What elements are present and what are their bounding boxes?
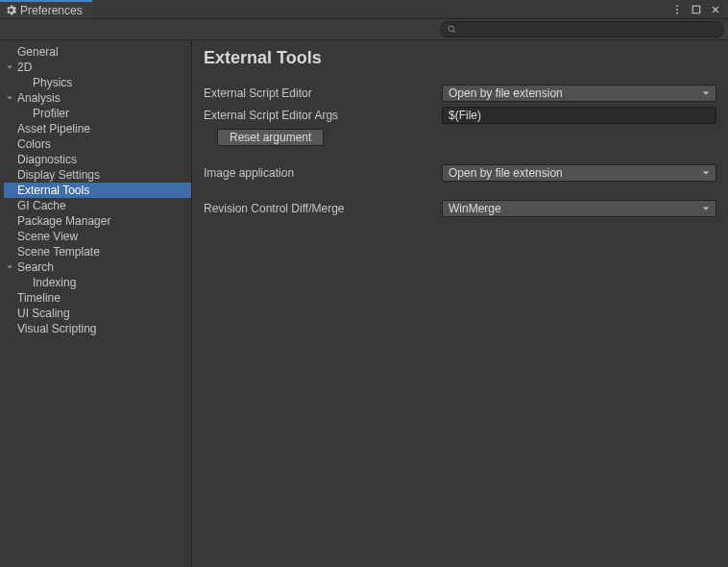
toolbar [0, 19, 728, 40]
reset-argument-button[interactable]: Reset argument [217, 129, 324, 146]
sidebar-item-gi-cache[interactable]: GI Cache [4, 198, 191, 213]
image-application-label: Image application [204, 166, 442, 180]
sidebar-item-ui-scaling[interactable]: UI Scaling [4, 306, 191, 321]
sidebar-item-analysis[interactable]: Analysis [4, 90, 191, 106]
sidebar-item-profiler[interactable]: Profiler [4, 106, 191, 121]
sidebar-item-display-settings[interactable]: Display Settings [4, 167, 191, 183]
chevron-down-icon [702, 89, 710, 97]
sidebar-item-label: Physics [4, 76, 191, 89]
sidebar-item-label: GI Cache [4, 199, 191, 212]
svg-point-0 [676, 5, 678, 7]
sidebar-item-package-manager[interactable]: Package Manager [4, 213, 191, 229]
foldout-icon[interactable] [4, 63, 15, 71]
svg-point-1 [676, 9, 678, 11]
preferences-tab[interactable]: Preferences [0, 0, 92, 18]
sidebar-item-label: Colors [4, 137, 191, 151]
sidebar-item-label: UI Scaling [4, 307, 191, 320]
maximize-icon[interactable] [690, 3, 703, 16]
sidebar-item-indexing[interactable]: Indexing [4, 275, 191, 290]
svg-point-6 [449, 26, 454, 32]
search-icon [447, 24, 457, 35]
sidebar-item-label: Timeline [4, 291, 191, 305]
sidebar-item-timeline[interactable]: Timeline [4, 290, 191, 306]
sidebar: General2DPhysicsAnalysisProfilerAsset Pi… [0, 40, 192, 567]
sidebar-item-label: Scene Template [4, 245, 191, 259]
sidebar-item-label: Analysis [15, 91, 191, 105]
diff-merge-dropdown[interactable]: WinMerge [442, 200, 716, 217]
external-script-editor-label: External Script Editor [204, 86, 442, 100]
sidebar-item-label: 2D [15, 61, 191, 74]
tab-title: Preferences [20, 4, 83, 17]
svg-line-7 [453, 31, 455, 33]
diff-merge-label: Revision Control Diff/Merge [204, 202, 442, 215]
sidebar-item-asset-pipeline[interactable]: Asset Pipeline [4, 121, 191, 136]
script-editor-args-input[interactable]: $(File) [442, 107, 716, 124]
search-field[interactable] [440, 21, 724, 37]
sidebar-item-colors[interactable]: Colors [4, 136, 191, 152]
page-title: External Tools [204, 48, 716, 68]
chevron-down-icon [702, 169, 710, 177]
sidebar-item-label: Display Settings [4, 168, 191, 182]
dropdown-value: Open by file extension [449, 86, 563, 100]
close-icon[interactable] [709, 3, 722, 16]
sidebar-item-label: Visual Scripting [4, 322, 191, 335]
sidebar-item-physics[interactable]: Physics [4, 75, 191, 90]
chevron-down-icon [702, 205, 710, 212]
foldout-icon[interactable] [4, 94, 15, 102]
sidebar-item-label: Scene View [4, 230, 191, 243]
image-application-dropdown[interactable]: Open by file extension [442, 164, 716, 182]
dropdown-value: Open by file extension [449, 166, 563, 180]
svg-rect-3 [692, 6, 700, 13]
sidebar-item-search[interactable]: Search [4, 259, 191, 275]
sidebar-item-label: Profiler [4, 107, 191, 120]
sidebar-item-visual-scripting[interactable]: Visual Scripting [4, 321, 191, 336]
content-pane: External Tools External Script Editor Op… [192, 40, 728, 567]
sidebar-item-general[interactable]: General [4, 44, 191, 60]
kebab-menu-icon[interactable] [670, 3, 684, 16]
sidebar-item-2d[interactable]: 2D [4, 60, 191, 75]
sidebar-item-label: General [4, 45, 191, 59]
sidebar-item-external-tools[interactable]: External Tools [4, 183, 191, 198]
svg-point-2 [676, 12, 678, 13]
sidebar-item-scene-template[interactable]: Scene Template [4, 244, 191, 259]
sidebar-item-label: Asset Pipeline [4, 122, 191, 136]
sidebar-item-label: Indexing [4, 276, 191, 289]
sidebar-item-label: Diagnostics [4, 153, 191, 166]
input-value: $(File) [449, 109, 481, 122]
foldout-icon[interactable] [4, 263, 15, 271]
gear-icon [6, 5, 16, 15]
script-editor-args-label: External Script Editor Args [204, 109, 442, 122]
sidebar-item-scene-view[interactable]: Scene View [4, 229, 191, 244]
sidebar-item-diagnostics[interactable]: Diagnostics [4, 152, 191, 167]
titlebar: Preferences [0, 0, 728, 19]
dropdown-value: WinMerge [449, 202, 501, 215]
sidebar-item-label: Search [15, 260, 191, 274]
sidebar-item-label: External Tools [4, 184, 191, 197]
external-script-editor-dropdown[interactable]: Open by file extension [442, 85, 716, 102]
search-input[interactable] [461, 24, 717, 36]
sidebar-item-label: Package Manager [4, 214, 191, 228]
